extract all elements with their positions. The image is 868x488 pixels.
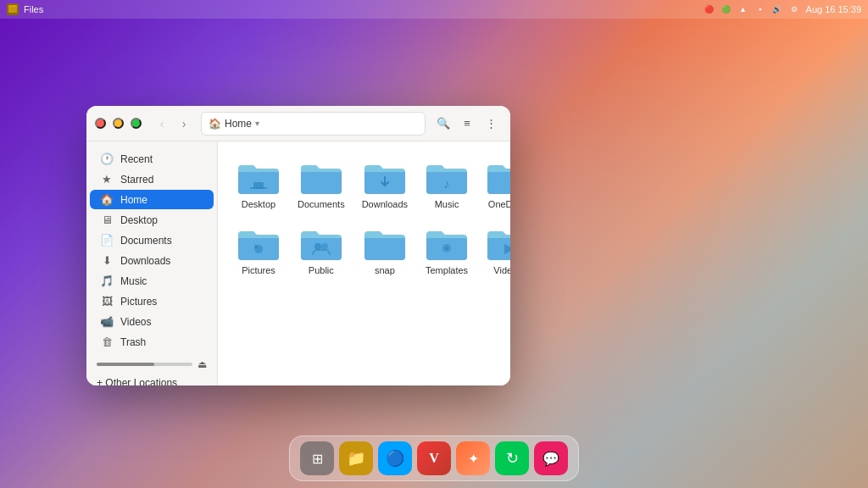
file-item-templates[interactable]: Templates <box>420 221 474 280</box>
desktop: Files 🔴 🟢 ▲ ▪ 🔊 ⚙ Aug 16 15:39 ‹ › <box>0 0 868 488</box>
desktop-icon: 🖥 <box>100 214 114 226</box>
file-item-snap[interactable]: snap <box>357 221 413 280</box>
file-item-videos[interactable]: Videos <box>481 221 510 280</box>
maximize-button[interactable] <box>131 118 142 129</box>
topbar-right: 🔴 🟢 ▲ ▪ 🔊 ⚙ Aug 16 15:39 <box>703 3 861 15</box>
file-label-downloads: Downloads <box>362 199 408 209</box>
documents-icon: 📄 <box>100 234 114 247</box>
menu-button[interactable]: ⋮ <box>480 113 502 135</box>
folder-icon-desktop <box>236 160 281 196</box>
file-label-templates: Templates <box>426 265 468 275</box>
trash-icon: 🗑 <box>100 336 114 348</box>
starred-icon: ★ <box>100 173 114 186</box>
folder-icon-public <box>299 226 343 262</box>
location-dropdown-icon[interactable]: ▾ <box>255 119 259 128</box>
topbar-time: Aug 16 15:39 <box>806 4 861 14</box>
back-button[interactable]: ‹ <box>152 114 172 134</box>
dock-item-keebs[interactable]: ✦ <box>456 441 490 475</box>
search-button[interactable]: 🔍 <box>432 113 454 135</box>
sidebar-label-pictures: Pictures <box>120 296 157 308</box>
file-label-snap: snap <box>375 265 395 275</box>
file-item-desktop[interactable]: Desktop <box>231 155 286 214</box>
home-icon: 🏠 <box>209 118 221 130</box>
location-label: Home <box>225 118 252 130</box>
sidebar-label-music: Music <box>120 275 147 287</box>
dock-item-files[interactable]: 📁 <box>339 441 373 475</box>
folder-icon-downloads <box>363 160 407 196</box>
svg-point-10 <box>445 247 448 250</box>
topbar-app-title: Files <box>24 4 43 14</box>
storage-bar <box>97 363 192 366</box>
titlebar-actions: 🔍 ≡ ⋮ <box>432 113 502 135</box>
volume-icon: 🔊 <box>771 3 784 15</box>
tray-icon-1: 🔴 <box>703 3 716 15</box>
storage-section: ⏏ <box>86 355 217 374</box>
sidebar-label-home: Home <box>120 194 147 206</box>
folder-icon-snap <box>363 226 407 262</box>
minimize-button[interactable] <box>113 118 124 129</box>
file-label-documents: Documents <box>298 199 345 209</box>
sidebar-item-desktop[interactable]: 🖥 Desktop <box>90 210 214 230</box>
file-item-pictures[interactable]: Pictures <box>231 221 286 280</box>
svg-rect-3 <box>250 187 267 189</box>
file-label-pictures: Pictures <box>242 265 275 275</box>
pictures-icon: 🖼 <box>100 295 114 308</box>
sidebar-item-videos[interactable]: 📹 Videos <box>90 312 214 331</box>
file-label-music: Music <box>435 199 459 209</box>
titlebar: ‹ › 🏠 Home ▾ 🔍 ≡ ⋮ <box>86 106 510 141</box>
dock-item-copyq[interactable]: ↻ <box>495 441 529 475</box>
dock-item-apps[interactable]: ⊞ <box>300 441 334 475</box>
file-label-desktop: Desktop <box>242 199 275 209</box>
folder-icon-documents <box>299 160 343 196</box>
file-label-videos: Videos <box>493 265 510 275</box>
sidebar-item-recent[interactable]: 🕐 Recent <box>90 149 214 169</box>
sidebar-item-home[interactable]: 🏠 Home <box>90 190 214 209</box>
music-icon: 🎵 <box>100 274 114 287</box>
sidebar-label-trash: Trash <box>120 336 146 348</box>
content-area: 🕐 Recent ★ Starred 🏠 Home 🖥 Desktop 📄 <box>86 141 510 385</box>
location-bar[interactable]: 🏠 Home ▾ <box>201 112 426 136</box>
file-item-music[interactable]: ♪ Music <box>420 155 474 214</box>
file-item-public[interactable]: Public <box>292 221 350 280</box>
file-item-documents[interactable]: Documents <box>292 155 350 214</box>
file-item-onedrive[interactable]: OneDrive <box>481 155 510 214</box>
sidebar-item-documents[interactable]: 📄 Documents <box>90 230 214 250</box>
file-item-downloads[interactable]: Downloads <box>357 155 413 214</box>
sidebar-label-documents: Documents <box>120 235 172 247</box>
dock-item-vivaldi[interactable]: V <box>417 441 451 475</box>
svg-text:♪: ♪ <box>444 177 450 191</box>
eject-icon[interactable]: ⏏ <box>198 358 207 370</box>
videos-icon: 📹 <box>100 315 114 328</box>
folder-icon-videos <box>486 226 510 262</box>
dock-item-store[interactable]: 🔵 <box>378 441 412 475</box>
sidebar-item-music[interactable]: 🎵 Music <box>90 271 214 291</box>
sidebar-label-starred: Starred <box>120 174 153 186</box>
sidebar-label-videos: Videos <box>120 316 151 328</box>
storage-bar-container: ⏏ <box>97 358 207 370</box>
dock-item-chat[interactable]: 💬 <box>534 441 568 475</box>
sidebar-item-trash[interactable]: 🗑 Trash <box>90 332 214 352</box>
sidebar-item-other-locations[interactable]: + Other Locations <box>86 374 217 385</box>
close-button[interactable] <box>95 118 106 129</box>
svg-point-8 <box>321 243 328 250</box>
file-label-public: Public <box>309 265 334 275</box>
dock: ⊞ 📁 🔵 V ✦ ↻ 💬 <box>289 435 579 481</box>
sidebar-item-downloads[interactable]: ⬇ Downloads <box>90 251 214 270</box>
other-locations-label: + Other Locations <box>97 377 177 385</box>
nav-buttons: ‹ › <box>152 114 194 134</box>
sidebar-label-recent: Recent <box>120 153 153 165</box>
forward-button[interactable]: › <box>174 114 194 134</box>
sidebar-item-pictures[interactable]: 🖼 Pictures <box>90 291 214 311</box>
monitor-icon: ▪ <box>754 3 767 15</box>
view-options-button[interactable]: ≡ <box>456 113 478 135</box>
files-grid: Desktop Documents <box>218 141 510 385</box>
file-label-onedrive: OneDrive <box>488 199 510 209</box>
svg-rect-1 <box>8 7 17 13</box>
folder-icon-onedrive <box>486 160 510 196</box>
topbar: Files 🔴 🟢 ▲ ▪ 🔊 ⚙ Aug 16 15:39 <box>0 0 868 19</box>
sidebar-label-desktop: Desktop <box>120 214 158 226</box>
sidebar: 🕐 Recent ★ Starred 🏠 Home 🖥 Desktop 📄 <box>86 141 218 385</box>
file-manager-window: ‹ › 🏠 Home ▾ 🔍 ≡ ⋮ 🕐 Recent <box>86 106 510 385</box>
sidebar-item-starred[interactable]: ★ Starred <box>90 169 214 189</box>
folder-icon-music: ♪ <box>425 160 469 196</box>
